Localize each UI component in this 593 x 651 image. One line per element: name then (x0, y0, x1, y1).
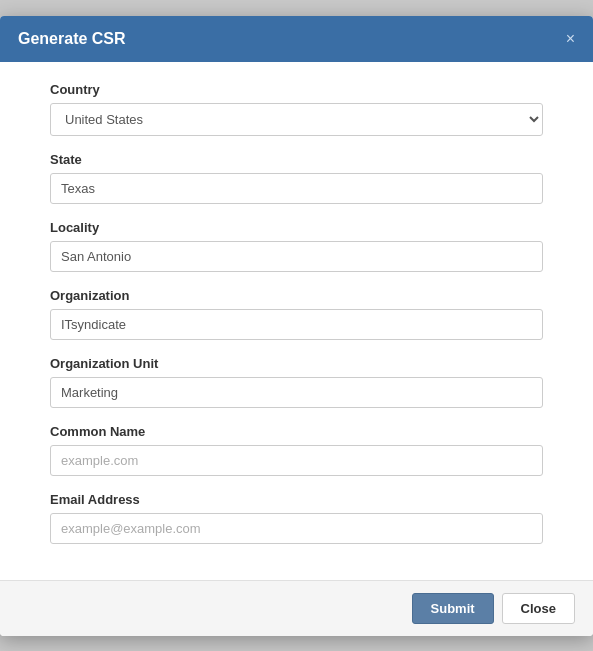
email-label: Email Address (50, 492, 543, 507)
common-name-label: Common Name (50, 424, 543, 439)
state-group: State (50, 152, 543, 204)
country-select[interactable]: United States Canada United Kingdom Aust… (50, 103, 543, 136)
common-name-input[interactable] (50, 445, 543, 476)
email-input[interactable] (50, 513, 543, 544)
locality-input[interactable] (50, 241, 543, 272)
modal-header: Generate CSR × (0, 16, 593, 62)
close-button[interactable]: Close (502, 593, 575, 624)
generate-csr-modal: Generate CSR × Country United States Can… (0, 16, 593, 636)
organization-input[interactable] (50, 309, 543, 340)
locality-label: Locality (50, 220, 543, 235)
organization-group: Organization (50, 288, 543, 340)
organization-label: Organization (50, 288, 543, 303)
org-unit-group: Organization Unit (50, 356, 543, 408)
country-label: Country (50, 82, 543, 97)
country-group: Country United States Canada United King… (50, 82, 543, 136)
common-name-group: Common Name (50, 424, 543, 476)
org-unit-label: Organization Unit (50, 356, 543, 371)
modal-body: Country United States Canada United King… (0, 62, 593, 580)
state-label: State (50, 152, 543, 167)
close-icon[interactable]: × (566, 31, 575, 47)
state-input[interactable] (50, 173, 543, 204)
modal-title: Generate CSR (18, 30, 126, 48)
modal-footer: Submit Close (0, 580, 593, 636)
locality-group: Locality (50, 220, 543, 272)
org-unit-input[interactable] (50, 377, 543, 408)
submit-button[interactable]: Submit (412, 593, 494, 624)
email-group: Email Address (50, 492, 543, 544)
